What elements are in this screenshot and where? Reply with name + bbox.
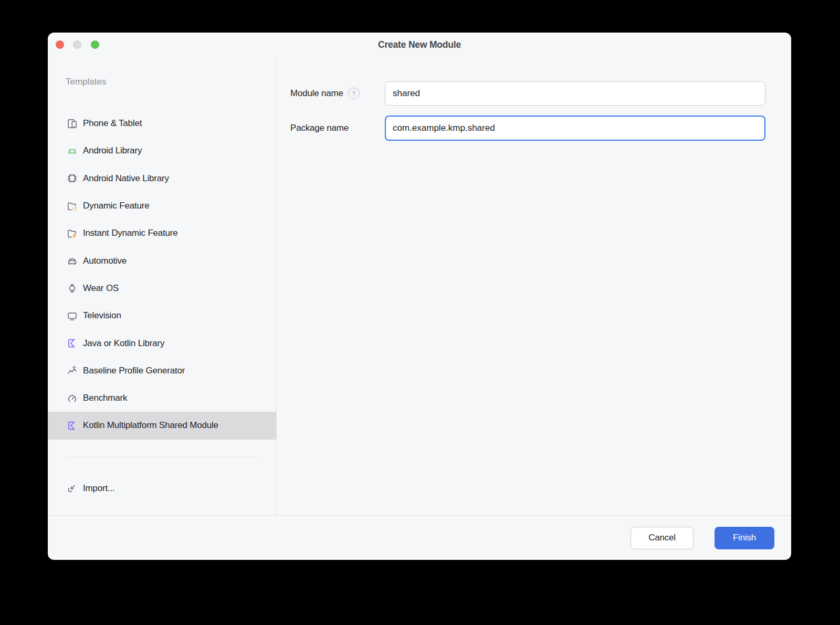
tv-icon: [67, 310, 78, 321]
module-name-input[interactable]: [385, 81, 765, 106]
dialog-title: Create New Module: [48, 39, 791, 50]
sidebar-item-television[interactable]: Television: [48, 302, 276, 329]
sidebar-item-label: Automotive: [83, 256, 127, 266]
sidebar-item-baseline-profile-generator[interactable]: Baseline Profile Generator: [48, 357, 276, 384]
package-name-label: Package name: [290, 123, 349, 133]
sidebar-item-label: Dynamic Feature: [83, 201, 149, 211]
android-head-icon: [67, 145, 78, 157]
finish-button[interactable]: Finish: [715, 527, 774, 549]
sidebar-item-label: Benchmark: [83, 393, 127, 403]
sidebar-item-label: Import...: [83, 483, 115, 494]
cancel-button[interactable]: Cancel: [631, 527, 694, 549]
package-name-input[interactable]: [385, 116, 765, 141]
sidebar-item-phone-tablet[interactable]: Phone & Tablet: [48, 110, 276, 137]
sidebar-item-benchmark[interactable]: Benchmark: [48, 384, 276, 412]
sidebar-item-label: Wear OS: [83, 283, 119, 294]
module-name-label: Module name: [290, 88, 343, 99]
sidebar-item-label: Baseline Profile Generator: [83, 366, 185, 376]
dialog-body: Templates Phone & Tablet Android Library…: [48, 58, 791, 515]
watch-icon: [67, 283, 78, 294]
gauge-icon: [67, 393, 78, 404]
sidebar-item-wear-os[interactable]: Wear OS: [48, 275, 276, 302]
sidebar-item-java-kotlin-library[interactable]: Java or Kotlin Library: [48, 329, 276, 357]
sidebar-item-instant-dynamic-feature[interactable]: Instant Dynamic Feature: [48, 220, 276, 247]
templates-header: Templates: [66, 76, 276, 88]
sidebar-item-automotive[interactable]: Automotive: [48, 247, 276, 274]
phone-tablet-icon: [67, 118, 78, 129]
kotlin-icon: [67, 338, 78, 349]
templates-sidebar: Templates Phone & Tablet Android Library…: [48, 58, 277, 515]
folder-instant-icon: [67, 228, 78, 239]
kotlin-icon: [67, 420, 78, 431]
sidebar-item-label: Android Native Library: [83, 173, 169, 184]
sidebar-item-import[interactable]: Import...: [48, 475, 276, 502]
sidebar-item-label: Kotlin Multiplatform Shared Module: [83, 420, 218, 431]
sidebar-item-label: Instant Dynamic Feature: [83, 228, 178, 238]
profile-chart-icon: [67, 365, 78, 376]
car-icon: [67, 255, 78, 266]
sidebar-item-android-native-library[interactable]: Android Native Library: [48, 165, 276, 192]
help-icon[interactable]: ?: [348, 88, 360, 99]
import-row-holder: Import...: [48, 475, 276, 502]
import-arrow-icon: [67, 483, 78, 494]
sidebar-item-label: Phone & Tablet: [83, 118, 142, 129]
module-name-row: Module name ?: [290, 81, 765, 106]
sidebar-item-android-library[interactable]: Android Library: [48, 137, 276, 164]
create-new-module-dialog: Create New Module Templates Phone & Tabl…: [48, 33, 791, 560]
module-form: Module name ? Package name: [277, 58, 791, 515]
title-bar: Create New Module: [48, 33, 791, 58]
sidebar-item-dynamic-feature[interactable]: Dynamic Feature: [48, 192, 276, 220]
sidebar-divider: [67, 457, 259, 457]
folder-dynamic-icon: [67, 201, 78, 212]
sidebar-item-label: Java or Kotlin Library: [83, 338, 164, 349]
package-name-row: Package name: [290, 116, 765, 141]
sidebar-item-label: Android Library: [83, 145, 142, 156]
chip-icon: [67, 173, 78, 184]
template-list: Phone & Tablet Android Library Android N…: [48, 110, 276, 440]
dialog-footer: Cancel Finish: [48, 515, 791, 560]
sidebar-item-kotlin-multiplatform-shared-module[interactable]: Kotlin Multiplatform Shared Module: [48, 412, 276, 439]
sidebar-item-label: Television: [83, 310, 121, 321]
